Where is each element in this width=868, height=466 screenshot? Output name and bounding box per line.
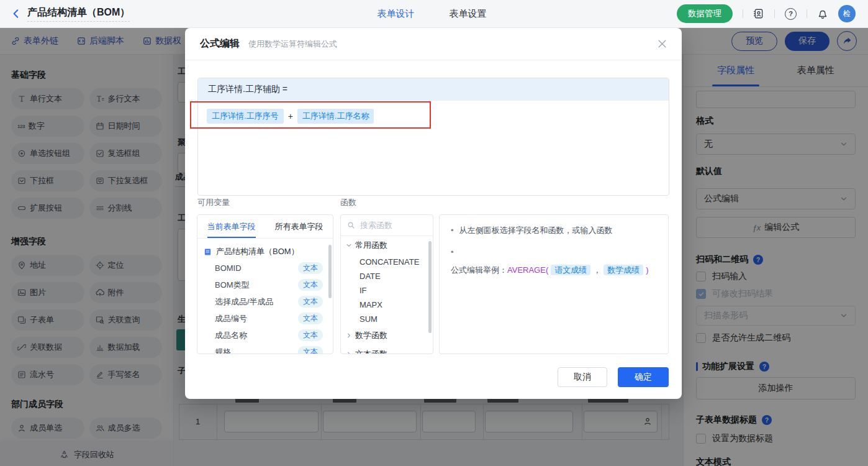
variable-item[interactable]: BOM类型文本 [197,276,333,293]
tab-current-form-fields[interactable]: 当前表单字段 [197,215,265,238]
chevron-down-icon [346,242,352,249]
function-group-text[interactable]: 文本函数 [341,345,433,354]
close-icon[interactable] [658,39,667,48]
tab-form-design[interactable]: 表单设计 [377,8,414,20]
bullet: • [451,224,454,237]
divider [807,9,807,18]
tab-form-settings[interactable]: 表单设置 [449,8,486,20]
scrollbar-thumb[interactable] [428,241,432,333]
help-panel: • 从左侧面板选择字段名和函数，或输入函数 • 公式编辑举例：AVERAGE(语… [439,214,669,354]
type-tag: 文本 [298,296,323,308]
variable-item[interactable]: BOMID文本 [197,260,333,276]
formula-editor: 工序详情.工序辅助 = 工序详情.工序序号 + 工序详情.工序名称 [197,78,669,196]
tab-all-form-fields[interactable]: 所有表单字段 [265,215,333,238]
formula-edit-modal: 公式编辑 使用数学运算符编辑公式 工序详情.工序辅助 = 工序详情.工序序号 +… [185,28,682,399]
variable-item[interactable]: 选择成品/半成品文本 [197,293,333,310]
search-function-input[interactable] [359,220,418,231]
function-item[interactable]: MAPX [341,298,433,312]
divider [774,9,775,18]
data-manage-button[interactable]: 数据管理 [677,4,733,23]
search-icon [347,221,355,229]
function-item[interactable]: IF [341,283,433,298]
contacts-icon[interactable] [753,8,764,19]
annotation-red-box [190,101,431,129]
help-line-1: 从左侧面板选择字段名和函数，或输入函数 [459,224,613,237]
cancel-button[interactable]: 取消 [558,367,607,387]
type-tag: 文本 [298,329,323,341]
topbar: 产品结构清单（BOM） 表单设计 表单设置 数据管理 ? 检 [0,0,868,28]
function-item[interactable]: CONCATENATE [341,255,433,269]
bell-icon[interactable] [817,8,828,19]
functions-panel: 常用函数 CONCATENATE DATE IF MAPX SUM 数学函数 文… [340,214,433,354]
example-field-chip: 数学成绩 [604,265,643,275]
type-tag: 文本 [298,313,323,324]
variable-item[interactable]: 成品编号文本 [197,310,333,327]
function-group-math[interactable]: 数学函数 [341,326,433,345]
document-icon [204,248,212,256]
function-name: AVERAGE( [507,265,548,275]
variables-label: 可用变量 [197,197,230,208]
type-tag: 文本 [298,262,323,274]
function-item[interactable]: DATE [341,269,433,283]
tree-root-form[interactable]: 产品结构清单（BOM） [197,244,333,260]
topbar-tabs: 表单设计 表单设置 [377,8,486,20]
bullet: • [451,246,454,258]
function-close: ) [646,265,648,275]
functions-label: 函数 [340,197,356,208]
avatar[interactable]: 检 [838,5,856,22]
variable-item[interactable]: 成品名称文本 [197,327,333,344]
divider [743,9,743,18]
help-line-2: 公式编辑举例：AVERAGE(语文成绩，数学成绩) [451,264,649,276]
modal-title: 公式编辑 [200,37,240,50]
help-icon[interactable]: ? [785,8,797,20]
function-group-common[interactable]: 常用函数 [341,236,433,255]
type-tag: 文本 [298,346,323,354]
scrollbar-thumb[interactable] [328,245,332,298]
chevron-right-icon [346,332,352,339]
modal-header: 公式编辑 使用数学运算符编辑公式 [185,28,682,60]
variable-item[interactable]: 规格文本 [197,344,333,354]
modal-subtitle: 使用数学运算符编辑公式 [248,39,337,50]
formula-target: 工序详情.工序辅助 = [198,78,669,101]
example-field-chip: 语文成绩 [551,265,590,275]
variables-panel: 当前表单字段 所有表单字段 产品结构清单（BOM） BOMID文本 BOM类型文… [197,214,333,354]
page-title: 产品结构清单（BOM） [27,6,130,22]
app-screen: 产品结构清单（BOM） 表单设计 表单设置 数据管理 ? 检 表单外链 [0,0,868,466]
back-icon[interactable] [11,9,21,19]
confirm-button[interactable]: 确定 [618,367,669,387]
chevron-right-icon [346,351,352,354]
type-tag: 文本 [298,279,323,291]
function-item[interactable]: SUM [341,312,433,326]
